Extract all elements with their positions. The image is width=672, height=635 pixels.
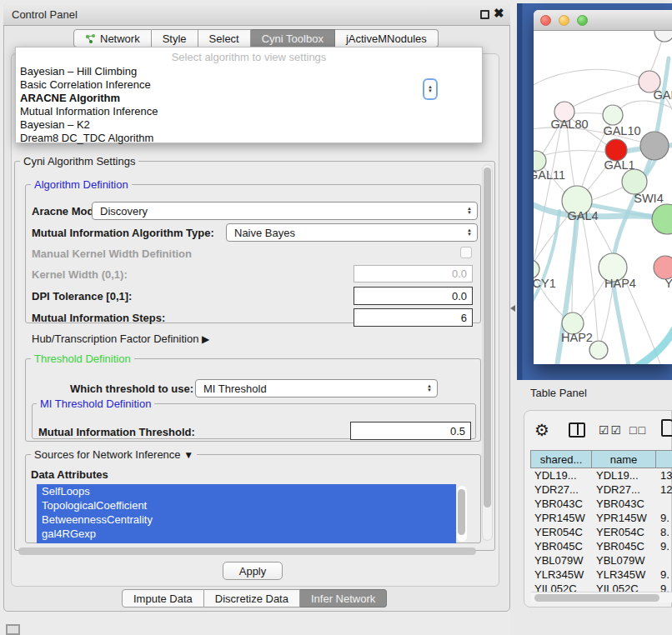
combo-value: Naive Bayes: [234, 227, 295, 239]
network-canvas[interactable]: GAL GAL80 GAL10 GAL1 GAL11 SWI4 GAL4 GCY…: [534, 31, 672, 364]
tab-jactivemnodules[interactable]: jActiveMNodules: [335, 29, 439, 48]
network-graph: GAL GAL80 GAL10 GAL1 GAL11 SWI4 GAL4 GCY…: [534, 31, 672, 364]
hub-definition-disclosure[interactable]: Hub/Transcription Factor Definition ▶: [32, 332, 209, 345]
algorithm-placeholder: Select algorithm to view settings: [16, 51, 482, 63]
node-label: GAL1: [604, 158, 634, 172]
list-item[interactable]: TopologicalCoefficient: [37, 498, 456, 512]
algorithm-definition-title: Algorithm Definition: [31, 178, 132, 191]
node-green-partial[interactable]: [652, 204, 672, 234]
edge: [592, 186, 625, 200]
scrollbar-thumb[interactable]: [484, 168, 491, 508]
edge: [582, 216, 598, 340]
disclosure-arrow-icon: ▶: [202, 333, 209, 345]
corner-widget-icon[interactable]: [6, 624, 20, 635]
table-horizontal-scrollbar[interactable]: [531, 592, 672, 602]
sources-group-title[interactable]: Sources for Network Inference ▼: [31, 448, 197, 461]
menu-item[interactable]: Bayesian – Hill Climbing: [20, 65, 137, 78]
columns-icon[interactable]: [569, 422, 585, 438]
menu-item[interactable]: Bayesian – K2: [20, 118, 90, 131]
menu-item[interactable]: Dream8 DC_TDC Algorithm: [20, 132, 153, 144]
focused-combo-arrow-button[interactable]: ▲▼: [423, 78, 438, 100]
node-gray[interactable]: [640, 132, 669, 160]
mi-threshold-field[interactable]: 0.5: [350, 422, 471, 440]
edge-highlighted: [534, 211, 559, 306]
settings-horizontal-scrollbar[interactable]: [17, 547, 495, 557]
close-traffic-light[interactable]: [540, 15, 551, 26]
list-item[interactable]: gal4RGexp: [37, 527, 456, 541]
node[interactable]: [654, 31, 672, 42]
list-item[interactable]: BetweennessCentrality: [37, 512, 456, 527]
tab-network[interactable]: Network: [73, 29, 152, 48]
node-attribute-table: shared... name YDL19...YDL19...13 YDR27.…: [530, 450, 672, 596]
edge: [534, 121, 562, 261]
scrollbar-thumb[interactable]: [458, 489, 465, 535]
settings-vertical-scrollbar[interactable]: [482, 164, 493, 541]
column-header[interactable]: [656, 450, 672, 468]
aracne-mode-combobox[interactable]: Discovery ▲▼: [92, 202, 478, 220]
tab-impute-data[interactable]: Impute Data: [122, 589, 204, 608]
threshold-definition-title: Threshold Definition: [31, 352, 134, 365]
list-item[interactable]: SelfLoops: [37, 484, 456, 498]
menu-item[interactable]: Mutual Information Inference: [20, 105, 158, 118]
node-gal10[interactable]: [603, 105, 623, 125]
edge: [573, 82, 649, 107]
tab-infer-network[interactable]: Infer Network: [300, 589, 387, 608]
kernel-width-field[interactable]: 0.0: [354, 265, 473, 282]
node-label: GAL4: [567, 209, 598, 222]
edge: [534, 69, 649, 88]
tab-cyni-toolbox[interactable]: Cyni Toolbox: [251, 29, 335, 48]
manual-kernel-width-checkbox[interactable]: [460, 247, 472, 258]
scrollbar-thumb[interactable]: [534, 594, 659, 602]
dropdown-arrow-icon: ▼: [183, 449, 193, 461]
panel-title: Control Panel: [12, 8, 78, 21]
tab-discretize-data[interactable]: Discretize Data: [204, 589, 300, 608]
menu-item-selected[interactable]: ARACNE Algorithm: [20, 92, 120, 104]
node-label: GCY1: [534, 277, 556, 290]
tab-select[interactable]: Select: [198, 29, 251, 48]
node-label: HAP2: [561, 331, 593, 344]
data-attributes-list[interactable]: SelfLoops TopologicalCoefficient Between…: [37, 484, 456, 543]
mi-steps-label: Mutual Information Steps:: [32, 312, 165, 324]
combo-arrows-icon: ▲▼: [422, 384, 437, 392]
table-row[interactable]: YDL19...YDL19...13: [530, 468, 672, 482]
export-table-icon[interactable]: [661, 419, 672, 437]
table-row[interactable]: YBR043CYBR043C: [530, 497, 672, 511]
node-swi4[interactable]: [622, 169, 647, 194]
mi-algorithm-type-combobox[interactable]: Naive Bayes ▲▼: [226, 223, 478, 242]
table-row[interactable]: YPR145WYPR145W9.: [530, 511, 672, 525]
scrollbar-thumb[interactable]: [18, 548, 476, 555]
gear-icon[interactable]: ⚙: [534, 420, 549, 440]
mi-threshold-group-title: MI Threshold Definition: [37, 398, 154, 410]
which-threshold-combobox[interactable]: MI Threshold ▲▼: [195, 379, 438, 398]
close-icon[interactable]: ✖: [494, 6, 504, 21]
column-header[interactable]: shared...: [530, 450, 592, 468]
table-row[interactable]: YER054CYER054C8.: [530, 525, 672, 539]
node-label: HAP4: [604, 277, 636, 290]
combo-value: MI Threshold: [203, 382, 267, 395]
menu-item[interactable]: Basic Correlation Inference: [20, 78, 151, 91]
table-row[interactable]: YLR345WYLR345W9.: [530, 568, 672, 582]
splitter-collapse-arrow[interactable]: [510, 305, 515, 312]
edge-highlighted: [637, 329, 672, 364]
node-salmon[interactable]: [654, 256, 672, 279]
apply-button[interactable]: Apply: [223, 562, 283, 580]
dpi-tolerance-label: DPI Tolerance [0,1]:: [32, 290, 132, 302]
node-label: Y: [664, 277, 672, 290]
deselect-all-checkboxes-icon[interactable]: □□: [629, 423, 647, 437]
node-label: GAL: [653, 88, 672, 102]
node-gcy1[interactable]: [534, 260, 539, 278]
network-window-titlebar[interactable]: [534, 10, 672, 31]
table-row[interactable]: YBR045CYBR045C9.: [530, 539, 672, 553]
table-row[interactable]: YDR27...YDR27...12: [530, 482, 672, 497]
table-row[interactable]: YBL079WYBL079W: [530, 553, 672, 568]
tab-style[interactable]: Style: [152, 29, 198, 48]
edge: [574, 113, 605, 114]
float-window-icon[interactable]: [480, 10, 489, 19]
zoom-traffic-light[interactable]: [577, 15, 588, 26]
minimize-traffic-light[interactable]: [559, 15, 569, 26]
dpi-tolerance-field[interactable]: 0.0: [354, 287, 473, 305]
select-all-checkboxes-icon[interactable]: ☑☑: [599, 423, 623, 437]
mi-steps-field[interactable]: 6: [354, 308, 473, 327]
column-header[interactable]: name: [592, 450, 656, 468]
attribute-list-scrollbar[interactable]: [457, 486, 467, 542]
